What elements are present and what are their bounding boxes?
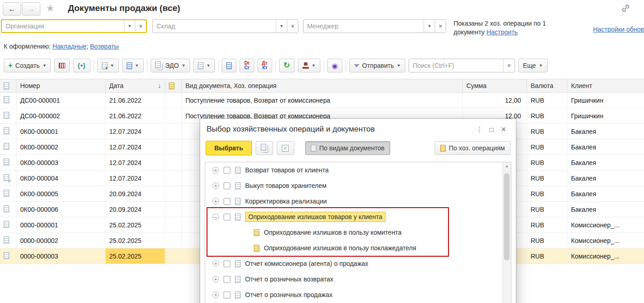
tree-checkbox[interactable] xyxy=(224,198,230,205)
expand-icon[interactable]: + xyxy=(213,292,219,298)
organization-dropdown-icon[interactable]: ▼ xyxy=(124,20,135,32)
doc-type-icon xyxy=(235,198,241,205)
toolbar-separator xyxy=(147,60,147,72)
load-button[interactable]: ▼ ▼ xyxy=(97,59,119,72)
send-button[interactable]: Отправить ▼ xyxy=(349,59,405,72)
configure-link[interactable]: Настроить xyxy=(487,28,518,36)
header-number[interactable]: Номер xyxy=(17,79,106,92)
copy-icon xyxy=(261,144,266,151)
tree-checkbox[interactable] xyxy=(224,214,230,220)
registry-button[interactable] xyxy=(222,59,236,72)
dialog-close-icon[interactable]: × xyxy=(498,124,510,135)
cr-label: Cr xyxy=(244,66,249,70)
label-printing-button[interactable] xyxy=(54,59,70,72)
cell-date: 20.09.2024 xyxy=(106,202,165,217)
cell-date: 21.06.2022 xyxy=(106,108,165,124)
back-button[interactable]: ← xyxy=(3,2,21,16)
warehouse-clear-icon[interactable]: × xyxy=(287,20,298,33)
create-button[interactable]: + Создать ▼ xyxy=(4,59,51,72)
tree-checkbox[interactable] xyxy=(224,260,230,267)
tree-child-item[interactable]: Оприходование излишков в пользу поклажед… xyxy=(205,240,503,256)
tree-checkbox[interactable] xyxy=(224,292,230,298)
returns-link[interactable]: Возвраты xyxy=(90,43,119,50)
table-header: Номер Дата ↓ Вид документа, Хоз. операци… xyxy=(0,79,644,93)
forward-button[interactable]: → xyxy=(22,2,40,16)
tree-scrollbar[interactable]: ▲ ▼ xyxy=(503,162,511,303)
tree-item[interactable]: +Корректировка реализации xyxy=(205,193,503,209)
shown-operations-text: Показаны 2 хоз. операции по 1 документу … xyxy=(454,19,566,37)
stamp-button[interactable]: ▼ xyxy=(298,59,320,72)
edo-button[interactable]: ЭДО ▼ xyxy=(151,59,190,72)
cell-date: 12.07.2024 xyxy=(106,171,165,186)
tree-item[interactable]: –Оприходование излишков товаров у клиент… xyxy=(205,209,503,225)
mark-all-button[interactable]: ✓ xyxy=(277,141,294,155)
expand-icon[interactable]: + xyxy=(213,182,219,189)
cell-doc-type: Поступление товаров, Возврат от комиссио… xyxy=(182,93,463,108)
to-process-label: К оформлению: xyxy=(4,43,50,50)
update-settings-link[interactable]: Настройки обнов xyxy=(593,26,644,33)
scrollbar-thumb[interactable] xyxy=(504,173,510,260)
header-doc-icon-column[interactable] xyxy=(0,79,17,92)
by-operations-toggle[interactable]: По хоз. операциям xyxy=(435,141,510,155)
select-button[interactable]: Выбрать xyxy=(206,141,252,155)
manager-clear-icon[interactable]: × xyxy=(435,20,446,33)
header-status-column[interactable] xyxy=(165,79,182,92)
expand-icon[interactable]: + xyxy=(213,198,219,204)
by-doc-types-toggle[interactable]: По видам документов xyxy=(305,141,390,155)
dr-cr-button[interactable]: Dr Cr xyxy=(240,59,254,72)
sort-descending-icon[interactable]: ↓ xyxy=(158,82,161,89)
manager-input[interactable] xyxy=(303,20,424,33)
copy-button[interactable] xyxy=(256,141,273,155)
warehouse-dropdown-icon[interactable]: ▼ xyxy=(276,20,287,33)
search-clear-icon[interactable]: × xyxy=(503,59,515,72)
header-client[interactable]: Клиент xyxy=(567,79,644,92)
tree-item-label: Оприходование излишков в пользу поклажед… xyxy=(264,244,416,252)
table-row[interactable]: ДС00-00000121.06.2022Поступление товаров… xyxy=(0,93,644,108)
reports-button[interactable]: ▼ xyxy=(122,59,144,72)
tree-item[interactable]: +Отчет комиссионера (агента) о продажах xyxy=(205,256,503,271)
header-currency[interactable]: Валюта xyxy=(527,79,567,92)
toolbar-separator xyxy=(275,60,276,72)
tree-item[interactable]: +Отчет о розничных продажах xyxy=(205,287,503,303)
tree-checkbox[interactable] xyxy=(224,276,230,283)
tree-child-item[interactable]: Оприходование излишков в пользу комитент… xyxy=(205,225,503,240)
manager-filter[interactable]: ▼ × xyxy=(303,19,446,33)
tree-item[interactable]: +Возврат товаров от клиента xyxy=(205,162,503,178)
header-date[interactable]: Дата ↓ xyxy=(106,79,165,92)
invoices-link[interactable]: Накладные xyxy=(52,43,86,50)
more-button[interactable]: Еще ▼ xyxy=(518,59,547,72)
organization-filter[interactable]: ▼ × xyxy=(1,19,147,33)
scroll-up-icon[interactable]: ▲ xyxy=(503,162,510,170)
expand-icon[interactable]: + xyxy=(213,260,219,267)
document-icon xyxy=(4,190,9,197)
dialog-menu-icon[interactable]: ⋮ xyxy=(474,124,486,135)
tree-item[interactable]: +Отчет о розничных возвратах xyxy=(205,271,503,287)
expand-icon[interactable]: + xyxy=(213,167,219,173)
print-button[interactable]: ▼ xyxy=(193,59,215,72)
header-doc-type[interactable]: Вид документа, Хоз. операция xyxy=(182,79,463,92)
tree-item[interactable]: +Выкуп товаров хранителем xyxy=(205,178,503,193)
dt-kt-button[interactable]: Дт Кт xyxy=(258,59,272,72)
header-sum[interactable]: Сумма xyxy=(463,79,527,92)
collapse-icon[interactable]: – xyxy=(213,214,219,220)
refresh-button[interactable]: ↻ xyxy=(279,59,295,72)
manager-dropdown-icon[interactable]: ▼ xyxy=(424,20,435,33)
dialog-maximize-icon[interactable]: □ xyxy=(486,124,498,135)
marked-items-button[interactable]: ◉ xyxy=(327,59,342,72)
rfid-button[interactable]: (•) xyxy=(73,59,90,72)
organization-clear-icon[interactable]: × xyxy=(135,20,146,32)
expand-icon[interactable]: + xyxy=(213,276,219,282)
favorite-star-icon[interactable]: ★ xyxy=(46,3,55,14)
organization-input[interactable] xyxy=(2,20,124,32)
warehouse-input[interactable] xyxy=(153,20,276,33)
load-document-icon: ▼ xyxy=(102,62,107,69)
select-button-label: Выбрать xyxy=(214,144,243,152)
search-input[interactable] xyxy=(409,59,515,72)
document-icon xyxy=(4,112,9,119)
tree-checkbox[interactable] xyxy=(224,167,230,174)
get-link-icon[interactable] xyxy=(621,4,630,14)
search-box[interactable]: × xyxy=(409,59,515,72)
tree-checkbox[interactable] xyxy=(224,182,230,189)
cell-currency: RUB xyxy=(527,139,567,155)
warehouse-filter[interactable]: ▼ × xyxy=(152,19,298,33)
